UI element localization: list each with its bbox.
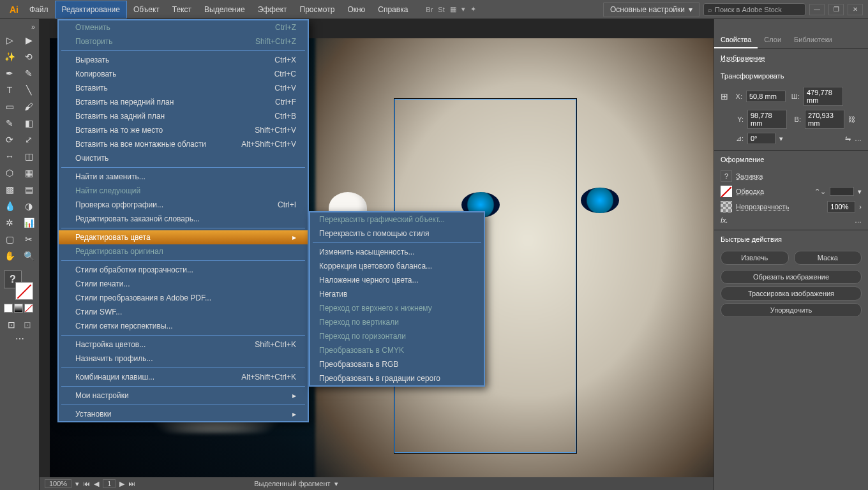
edit-menu-item-24[interactable]: Стили сетки перспективы... [59, 319, 308, 333]
shaper-tool[interactable]: ✎ [0, 115, 19, 131]
opacity-caret-icon[interactable]: › [859, 203, 862, 211]
toolbar-flyout[interactable]: » [0, 22, 39, 32]
arrange-icon[interactable]: ▦ [450, 5, 456, 13]
shape-builder-tool[interactable]: ⬡ [0, 165, 19, 181]
mask-button[interactable]: Маска [794, 251, 862, 265]
tab-layers[interactable]: Слои [758, 32, 788, 48]
rectangle-tool[interactable]: ▭ [0, 98, 19, 115]
color-submenu-item-1[interactable]: Перекрасить с помощью стиля [310, 226, 484, 241]
menu-file[interactable]: Файл [23, 1, 55, 18]
menu-select[interactable]: Выделение [198, 1, 251, 18]
stroke-weight-stepper[interactable]: ⌃⌄ [814, 188, 826, 196]
w-field[interactable]: 479,778 mm [804, 87, 843, 106]
pen-tool[interactable]: ✒ [0, 65, 19, 82]
brush-tool[interactable]: 🖌 [19, 98, 38, 115]
fill-swatch-icon[interactable]: ? [721, 170, 732, 182]
more-appearance-icon[interactable]: … [855, 216, 862, 224]
direct-selection-tool[interactable]: ▶ [19, 32, 38, 48]
edit-colors-submenu[interactable]: Перекрасить графический объект...Перекра… [309, 211, 485, 387]
stroke-swatch-icon[interactable] [721, 186, 732, 197]
edit-toolbar[interactable]: ⋯ [10, 330, 29, 347]
menu-text[interactable]: Текст [166, 1, 198, 18]
edit-menu-item-12[interactable]: Найти и заменить... [59, 170, 308, 184]
line-tool[interactable]: ╲ [19, 82, 38, 98]
slice-tool[interactable]: ✂ [19, 231, 38, 248]
edit-menu-item-33[interactable]: Установки [59, 407, 308, 421]
menu-help[interactable]: Справка [371, 1, 414, 18]
zoom-level[interactable]: 100% [45, 479, 71, 488]
tab-libraries[interactable]: Библиотеки [788, 32, 839, 48]
eyedropper-tool[interactable]: 💧 [0, 198, 19, 214]
edit-menu-item-5[interactable]: ВставитьCtrl+V [59, 81, 308, 95]
edit-menu-item-3[interactable]: ВырезатьCtrl+X [59, 53, 308, 67]
opacity-field[interactable]: 100% [827, 201, 855, 212]
color-mode-solid[interactable] [4, 304, 13, 313]
color-submenu-item-12[interactable]: Преобразовать в градации серого [310, 371, 484, 385]
flip-icon[interactable]: ⇋ [845, 135, 851, 143]
edit-menu-item-22[interactable]: Стили преобразования в Adobe PDF... [59, 291, 308, 305]
edit-menu-item-8[interactable]: Вставить на то же местоShift+Ctrl+V [59, 123, 308, 137]
nav-first-icon[interactable]: ⏮ [83, 480, 90, 487]
caret-icon[interactable]: ▾ [461, 5, 465, 13]
stroke-profile-caret-icon[interactable]: ▾ [858, 188, 862, 196]
edit-menu-item-31[interactable]: Мои настройки [59, 389, 308, 403]
menu-edit[interactable]: Редактирование [55, 1, 127, 19]
color-mode-none[interactable] [24, 304, 33, 313]
stock-search[interactable]: ⌕ Поиск в Adobe Stock [703, 3, 805, 16]
edit-menu-item-7[interactable]: Вставить на задний планCtrl+B [59, 109, 308, 123]
stroke-swatch[interactable] [15, 282, 33, 300]
window-minimize[interactable]: — [809, 4, 825, 15]
selection-tool[interactable]: ▷ [0, 32, 19, 48]
edit-menu-item-20[interactable]: Стили обработки прозрачности... [59, 263, 308, 277]
gradient-tool[interactable]: ▤ [19, 181, 38, 198]
artboard-number[interactable]: 1 [103, 479, 116, 488]
stroke-profile[interactable] [830, 187, 854, 196]
lasso-tool[interactable]: ⟲ [19, 48, 38, 65]
free-transform-tool[interactable]: ◫ [19, 148, 38, 165]
edit-menu-item-26[interactable]: Настройка цветов...Shift+Ctrl+K [59, 338, 308, 352]
menu-effect[interactable]: Эффект [251, 1, 294, 18]
edit-menu-item-9[interactable]: Вставить на все монтажные областиAlt+Shi… [59, 137, 308, 151]
color-submenu-item-3[interactable]: Изменить насыщенность... [310, 245, 484, 259]
angle-caret-icon[interactable]: ▾ [779, 135, 783, 143]
status-caret-icon[interactable]: ▾ [334, 480, 338, 488]
curvature-tool[interactable]: ✎ [19, 65, 38, 82]
edit-menu-dropdown[interactable]: ОтменитьCtrl+ZПовторитьShift+Ctrl+ZВырез… [57, 19, 309, 422]
color-submenu-item-11[interactable]: Преобразовать в RGB [310, 357, 484, 371]
window-maximize[interactable]: ❐ [828, 4, 844, 15]
embed-button[interactable]: Извлечь [721, 251, 789, 265]
bridge-icon[interactable]: Br [426, 6, 433, 13]
angle-field[interactable]: 0° [747, 133, 775, 144]
nav-prev-icon[interactable]: ◀ [94, 480, 99, 488]
color-submenu-item-5[interactable]: Наложение черного цвета... [310, 273, 484, 287]
menu-view[interactable]: Просмотр [294, 1, 341, 18]
x-field[interactable]: 50,8 mm [746, 91, 786, 102]
nav-last-icon[interactable]: ⏭ [128, 480, 135, 487]
edit-menu-item-15[interactable]: Редактировать заказной словарь... [59, 212, 308, 226]
gpu-icon[interactable]: ✦ [470, 5, 476, 13]
edit-menu-item-4[interactable]: КопироватьCtrl+C [59, 67, 308, 81]
y-field[interactable]: 98,778 mm [747, 110, 787, 129]
fill-stroke-swatch[interactable]: ? [4, 271, 33, 300]
link-wh-icon[interactable]: ⛓ [848, 115, 855, 123]
crop-image-button[interactable]: Обрезать изображение [721, 270, 862, 284]
edit-menu-item-23[interactable]: Стили SWF... [59, 305, 308, 319]
rotate-tool[interactable]: ⟳ [0, 131, 19, 148]
h-field[interactable]: 270,933 mm [805, 110, 844, 129]
mesh-tool[interactable]: ▩ [0, 181, 19, 198]
edit-menu-item-14[interactable]: Проверка орфографии...Ctrl+I [59, 198, 308, 212]
hand-tool[interactable]: ✋ [0, 248, 19, 264]
edit-menu-item-17[interactable]: Редактировать цвета [59, 230, 308, 244]
zoom-tool[interactable]: 🔍 [19, 248, 38, 264]
reference-point-icon[interactable]: ⊞ [721, 91, 728, 101]
edit-menu-item-10[interactable]: Очистить [59, 151, 308, 165]
edit-menu-item-6[interactable]: Вставить на передний планCtrl+F [59, 95, 308, 109]
color-submenu-item-4[interactable]: Коррекция цветового баланса... [310, 259, 484, 273]
edit-menu-item-29[interactable]: Комбинации клавиш...Alt+Shift+Ctrl+K [59, 370, 308, 384]
color-mode-gradient[interactable] [14, 304, 23, 313]
arrange-button[interactable]: Упорядочить [721, 303, 862, 317]
stock-icon[interactable]: St [438, 6, 444, 13]
image-trace-button[interactable]: Трассировка изображения [721, 286, 862, 301]
workspace-switcher[interactable]: Основные настройки ▾ [603, 2, 700, 17]
nav-next-icon[interactable]: ▶ [119, 480, 124, 488]
